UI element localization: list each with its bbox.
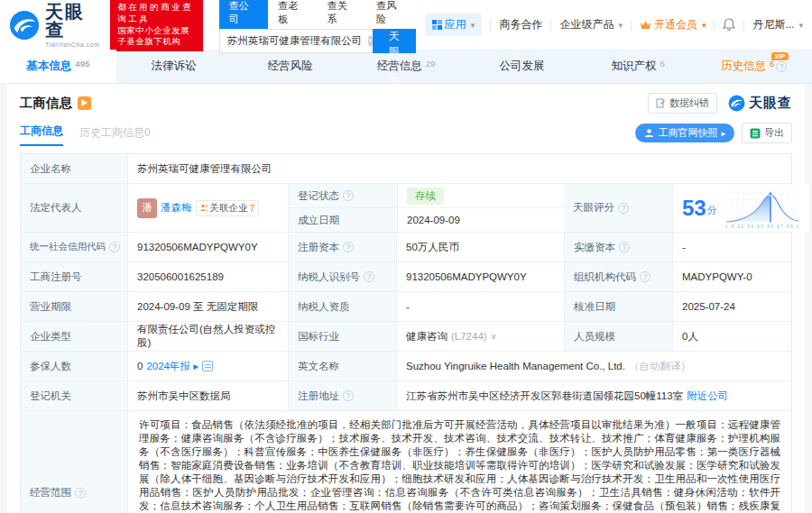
tab-company-development[interactable]: 公司发展: [464, 50, 580, 83]
tax-id-value: 91320506MADYPQWY0Y: [396, 262, 564, 291]
table-row: 营业期限 2024-09-09 至 无固定期限 纳税人资质 - 核准日期 202…: [21, 291, 791, 321]
help-icon[interactable]: [364, 271, 374, 282]
enterprise-label: 企业级产品: [559, 17, 614, 32]
authority-value: 苏州市吴中区数据局: [127, 381, 288, 410]
field-label: 企业名称: [21, 154, 127, 183]
related-companies-tag[interactable]: 关联企业 7: [196, 200, 260, 216]
field-label: 企业类型: [21, 322, 127, 351]
related-companies-count: 7: [250, 203, 255, 214]
export-button[interactable]: 导出: [742, 123, 792, 143]
cooperation-label: 商务合作: [499, 17, 542, 32]
section-title: 工商信息: [20, 95, 72, 112]
export-icon: [750, 128, 761, 139]
field-label-text: 经营范围: [30, 486, 71, 499]
data-correction-button[interactable]: 数据纠错: [648, 93, 717, 114]
legal-rep-link[interactable]: 潘森梅: [161, 201, 192, 215]
nav-tab-label: 公司发展: [500, 59, 545, 74]
help-icon[interactable]: [343, 190, 354, 201]
table-row: 法定代表人 潘 潘森梅 关联企业 7: [21, 183, 791, 232]
tab-history-info[interactable]: VIP 历史信息 6: [696, 50, 812, 83]
field-label: 统一社会信用代码: [21, 233, 127, 261]
score-chart: 0 1 5 10 50 60 80 97 99 100: [724, 187, 800, 230]
subtab-current-info[interactable]: 工商信息: [20, 124, 63, 146]
approve-date-value: 2025-07-24: [672, 292, 791, 321]
help-icon[interactable]: [619, 242, 630, 252]
field-label: 注册地址: [288, 381, 396, 410]
help-icon[interactable]: [640, 271, 651, 282]
search-tab-risk[interactable]: 查风险: [366, 0, 416, 29]
related-companies-label: 关联企业: [210, 202, 248, 215]
help-icon[interactable]: [618, 203, 629, 214]
search-tab-company[interactable]: 查公司: [219, 0, 269, 29]
nearby-companies-link[interactable]: 附近公司: [687, 389, 728, 403]
tab-basic-info[interactable]: 基本信息 495: [0, 50, 116, 83]
english-name-value: Suzhou Yingruike Health Management Co., …: [406, 361, 625, 371]
chevron-down-icon[interactable]: ∨: [491, 332, 497, 341]
field-label: 参保人数: [21, 352, 127, 380]
nav-tab-label: 经营风险: [267, 59, 312, 74]
term-value: 2024-09-09 至 无固定期限: [127, 292, 288, 321]
help-icon[interactable]: [343, 390, 354, 401]
bell-icon[interactable]: [723, 18, 735, 32]
tab-operational-risk[interactable]: 经营风险: [232, 50, 348, 83]
table-row: 经营范围 许可项目：食品销售（依法须经批准的项目，经相关部门批准后方可开展经营活…: [21, 410, 791, 513]
field-label: 组织机构代码: [564, 262, 672, 291]
field-label-text: 组织机构代码: [574, 270, 636, 284]
uscc-value: 91320506MADYPQWY0Y: [127, 233, 288, 261]
announcement-icon[interactable]: [78, 96, 91, 110]
help-icon[interactable]: [343, 242, 354, 252]
tab-legal-proceedings[interactable]: 法律诉讼: [116, 50, 233, 83]
help-icon[interactable]: [75, 488, 86, 499]
search-tab-relation[interactable]: 查关系: [318, 0, 367, 29]
nav-tab-label: 基本信息: [26, 59, 71, 74]
field-label: 核准日期: [564, 292, 672, 321]
apps-menu[interactable]: 应用: [425, 14, 483, 36]
field-label: 纳税人识别号: [288, 262, 396, 291]
tab-business-info[interactable]: 经营信息 29: [348, 50, 465, 83]
tab-intellectual-property[interactable]: 知识产权 6: [580, 50, 697, 83]
table-row: 登记机关 苏州市吴中区数据局 注册地址 江苏省苏州市吴中区经济开发区郭巷街道国领…: [21, 380, 791, 410]
address-value: 江苏省苏州市吴中区经济开发区郭巷街道国领花园50幢113室: [406, 389, 683, 403]
slogan-line2: 国家中小企业发展子基金旗下机构: [117, 25, 196, 49]
field-label: 登记状态: [289, 184, 397, 207]
legal-rep-cell: 潘 潘森梅 关联企业 7: [127, 184, 288, 232]
table-row: 工商注册号 320506001625189 纳税人识别号 91320506MAD…: [21, 261, 791, 291]
org-code-value: MADYPQWY-0: [672, 262, 791, 291]
field-label: 人员规模: [564, 322, 672, 351]
user-menu[interactable]: 丹尼斯...: [752, 17, 803, 32]
report-icon[interactable]: [202, 361, 213, 371]
help-icon[interactable]: [109, 242, 120, 252]
nav-tab-count: 6: [770, 59, 774, 69]
divider: [743, 20, 744, 31]
field-label: 法定代表人: [21, 184, 127, 232]
field-label: 营业期限: [21, 292, 127, 321]
field-label-text: 注册资本: [298, 241, 339, 254]
business-info-table: 企业名称 苏州英瑞可健康管理有限公司 法定代表人 潘 潘森梅 关联企业 7: [20, 153, 792, 513]
field-label-text: 天眼评分: [573, 201, 614, 215]
tianyancha-logo[interactable]: 天眼查 TianYanCha.com: [9, 3, 101, 48]
subtab-history-info[interactable]: 历史工商信息0: [79, 125, 151, 146]
nav-tab-label: 历史信息: [721, 59, 766, 74]
apps-label: 应用: [445, 17, 466, 32]
table-row: 统一社会信用代码 91320506MADYPQWY0Y 注册资本 50万人民币 …: [21, 232, 791, 261]
vip-menu[interactable]: 开通会员: [640, 17, 706, 32]
logo-domain: TianYanCha.com: [45, 41, 101, 48]
annual-report-link[interactable]: 2024年报 ▸: [146, 360, 198, 373]
help-icon[interactable]: [776, 61, 787, 72]
nav-tab-label: 法律诉讼: [152, 59, 197, 74]
cooperation-menu[interactable]: 商务合作: [499, 17, 542, 32]
table-row: 企业名称 苏州英瑞可健康管理有限公司: [21, 154, 791, 183]
avatar[interactable]: 潘: [137, 198, 157, 218]
divider: [631, 20, 632, 31]
field-label-text: 实缴资本: [574, 241, 615, 254]
field-label: 实缴资本: [564, 233, 672, 261]
score-cell[interactable]: 53 分: [672, 184, 809, 232]
enterprise-menu[interactable]: 企业级产品: [559, 17, 623, 32]
divider: [550, 20, 551, 31]
business-info-card: 工商信息 数据纠错 天眼查 工商信息 历史工商信息0: [7, 84, 805, 513]
score-value: 53: [682, 197, 706, 219]
search-tab-boss[interactable]: 查老板: [268, 0, 318, 29]
official-snapshot-button[interactable]: 工商官网快照: [635, 124, 734, 142]
nav-tab-label: 知识产权: [612, 59, 657, 74]
tax-qual-value: -: [396, 292, 564, 321]
